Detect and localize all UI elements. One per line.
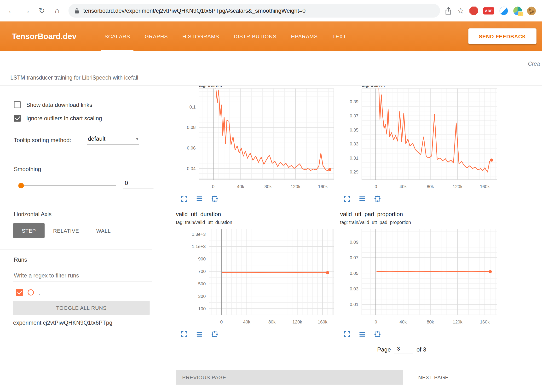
svg-text:0: 0 xyxy=(375,319,377,324)
svg-text:0.31: 0.31 xyxy=(350,156,358,161)
chevron-down-icon: ▾ xyxy=(136,137,138,141)
expand-chart-icon[interactable] xyxy=(180,195,188,203)
svg-text:0.07: 0.07 xyxy=(350,255,358,260)
chart-plot-3[interactable]: 040k80k120k160k1.3e+31.1e+39007005003001… xyxy=(183,229,338,327)
chart-data-icon[interactable] xyxy=(358,330,366,338)
axis-step-button[interactable]: STEP xyxy=(13,223,45,238)
tooltip-sorting-value: default xyxy=(88,135,105,142)
abp-icon[interactable]: ABP xyxy=(483,7,494,14)
expand-chart-icon[interactable] xyxy=(343,330,351,338)
charts-area: tag: train/... tag: train/... valid_utt_… xyxy=(166,86,542,392)
run-color-swatch[interactable] xyxy=(28,289,34,295)
svg-text:80k: 80k xyxy=(265,184,272,189)
adblock-icon[interactable] xyxy=(469,6,478,15)
address-bar[interactable]: tensorboard.dev/experiment/cj2vtPiwQHKN9… xyxy=(69,4,440,18)
chart-toolbar-4 xyxy=(343,330,381,338)
chart-plot-2[interactable]: 040k80k120k160k0.390.370.350.330.310.29 xyxy=(336,88,501,191)
horizontal-axis-group: STEP RELATIVE WALL xyxy=(13,223,119,238)
svg-text:120k: 120k xyxy=(453,184,462,189)
chart-plot-1[interactable]: 040k80k120k160k0.10.080.060.04 xyxy=(173,88,338,191)
bookmark-star-icon[interactable]: ☆ xyxy=(457,7,464,15)
tensorboard-page: ← → ↻ ⌂ tensorboard.dev/experiment/cj2vt… xyxy=(0,0,542,392)
smoothing-slider-track[interactable] xyxy=(19,185,116,186)
svg-text:0.39: 0.39 xyxy=(350,99,358,104)
pagination: Page of 3 xyxy=(377,346,426,353)
tab-graphs[interactable]: GRAPHS xyxy=(138,21,175,51)
svg-text:900: 900 xyxy=(198,256,206,261)
tab-scalars[interactable]: SCALARS xyxy=(97,21,138,51)
chart-data-icon[interactable] xyxy=(196,330,203,338)
next-page-button[interactable]: NEXT PAGE xyxy=(411,370,456,385)
svg-text:0.08: 0.08 xyxy=(187,125,196,130)
svg-text:160k: 160k xyxy=(480,184,490,189)
chart-data-icon[interactable] xyxy=(196,195,203,203)
svg-text:160k: 160k xyxy=(318,184,328,189)
page-number-input[interactable] xyxy=(394,346,413,353)
ignore-outliers-checkbox[interactable] xyxy=(14,115,21,122)
home-icon[interactable]: ⌂ xyxy=(51,4,64,17)
divider xyxy=(0,155,152,155)
svg-text:0.29: 0.29 xyxy=(350,169,358,174)
runs-filter-input[interactable] xyxy=(13,270,152,282)
svg-text:1.3e+3: 1.3e+3 xyxy=(192,232,206,237)
smoothing-label: Smoothing xyxy=(14,166,41,172)
smoothing-value-input[interactable] xyxy=(123,179,153,188)
svg-text:0.01: 0.01 xyxy=(350,302,358,307)
run-name[interactable]: . xyxy=(39,289,40,296)
axis-wall-button[interactable]: WALL xyxy=(88,223,120,238)
chart-toolbar-3 xyxy=(180,330,219,338)
ignore-outliers-label: Ignore outliers in chart scaling xyxy=(26,115,102,121)
svg-text:700: 700 xyxy=(198,269,206,274)
browser-toolbar: ← → ↻ ⌂ tensorboard.dev/experiment/cj2vt… xyxy=(0,0,542,21)
previous-page-button[interactable]: PREVIOUS PAGE xyxy=(176,370,403,385)
fit-domain-icon[interactable] xyxy=(374,330,381,338)
svg-text:40k: 40k xyxy=(237,184,244,189)
svg-text:0.37: 0.37 xyxy=(350,113,358,118)
browsing-extension-icon[interactable] xyxy=(500,6,508,15)
settings-sidebar: Show data download links Ignore outliers… xyxy=(0,86,166,392)
tab-text[interactable]: TEXT xyxy=(325,21,353,51)
experiment-id-label: experiment cj2vtPiwQHKN9Q1tx6PTpg xyxy=(13,319,112,326)
axis-relative-button[interactable]: RELATIVE xyxy=(45,223,88,238)
page-label: Page xyxy=(377,346,391,353)
show-download-links-label: Show data download links xyxy=(26,101,92,108)
fit-domain-icon[interactable] xyxy=(211,195,219,203)
send-feedback-button[interactable]: SEND FEEDBACK xyxy=(468,28,536,44)
expand-chart-icon[interactable] xyxy=(343,195,351,203)
subheader: Crea LSTM transducer training for LibriS… xyxy=(0,51,542,86)
horizontal-axis-label: Horizontal Axis xyxy=(14,211,52,217)
svg-text:0.09: 0.09 xyxy=(350,240,358,245)
back-icon[interactable]: ← xyxy=(5,4,18,17)
page-of-label: of 3 xyxy=(416,346,426,353)
fit-domain-icon[interactable] xyxy=(374,195,381,203)
cookie-icon[interactable] xyxy=(527,6,536,15)
tooltip-sorting-dropdown[interactable]: default ▾ xyxy=(87,135,139,145)
svg-text:0: 0 xyxy=(212,184,214,189)
toggle-all-runs-button[interactable]: TOGGLE ALL RUNS xyxy=(13,301,150,315)
smoothing-slider-thumb[interactable] xyxy=(18,183,24,188)
svg-text:80k: 80k xyxy=(427,184,434,189)
expand-chart-icon[interactable] xyxy=(180,330,188,338)
reload-icon[interactable]: ↻ xyxy=(35,4,48,17)
forward-icon[interactable]: → xyxy=(20,4,33,17)
runs-label: Runs xyxy=(14,256,27,263)
chart-plot-4[interactable]: 040k80k120k160k0.090.070.050.030.01 xyxy=(336,229,501,327)
show-download-links-checkbox[interactable] xyxy=(14,101,21,108)
tab-hparams[interactable]: HPARAMS xyxy=(284,21,325,51)
fit-domain-icon[interactable] xyxy=(211,330,219,338)
svg-text:40k: 40k xyxy=(399,319,407,324)
svg-text:120k: 120k xyxy=(453,319,462,324)
divider xyxy=(0,250,152,250)
chart-data-icon[interactable] xyxy=(358,195,366,203)
tab-histograms[interactable]: HISTOGRAMS xyxy=(175,21,226,51)
brand-logo[interactable]: TensorBoard.dev xyxy=(12,32,76,41)
svg-text:160k: 160k xyxy=(318,319,328,324)
clipped-right-text: Crea xyxy=(528,61,540,67)
svg-text:0: 0 xyxy=(375,184,377,189)
svg-text:0.35: 0.35 xyxy=(350,127,358,133)
tab-distributions[interactable]: DISTRIBUTIONS xyxy=(226,21,284,51)
share-icon[interactable] xyxy=(445,7,452,15)
avatar-notification-badge: 1 xyxy=(518,11,524,17)
run-checkbox[interactable] xyxy=(16,289,23,296)
account-avatar[interactable]: 1 xyxy=(513,6,522,15)
